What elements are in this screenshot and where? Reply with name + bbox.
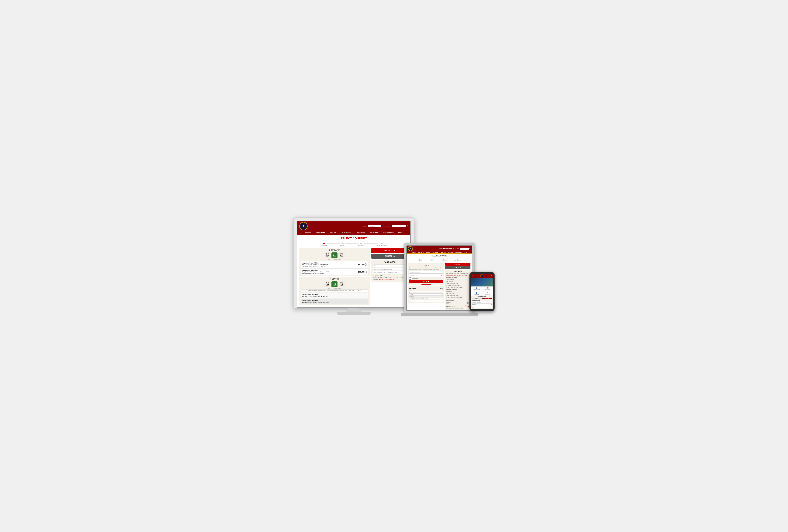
return-date-wed16[interactable]: WED 16 OCT	[338, 281, 344, 287]
phone-quick-link-contact[interactable]: ✉ CONTACT US	[482, 291, 493, 295]
laptop-remember-checkbox[interactable]	[409, 278, 411, 280]
return-date-mon14[interactable]: MON 14 OCT	[324, 281, 331, 287]
outward-date-tue01[interactable]: TUE 01 OCT	[332, 252, 337, 258]
return-title: RETURN	[299, 277, 370, 281]
laptop-login-icon: ▶	[428, 281, 429, 282]
laptop-screen: ⚜ LOGIN REGISTER WITH US MY ACCOUNT 🔍 OF…	[407, 245, 472, 311]
step-extras: EXTRAS	[340, 243, 345, 246]
special-offer-text: This is the best Special Offer fare that…	[373, 277, 407, 281]
laptop-info-badge: INFO	[440, 288, 443, 289]
search-icon[interactable]: 🔍	[407, 225, 408, 227]
sailing-info-2: Heysham > Isle of Man Tue, 01 Oct 2024 D…	[302, 269, 329, 274]
outward-mon30-month: SEP	[326, 256, 330, 257]
return-prev-arrow[interactable]: ‹	[322, 283, 323, 285]
outward-date-wed02[interactable]: WED 02 OCT	[338, 252, 344, 258]
phone-menu-icon[interactable]: ☰	[472, 275, 473, 277]
laptop-page-title: SECURE BOOKING	[407, 254, 472, 258]
scene: ⚜ LOGIN REGISTER WITH US MY ACCOUNT 🔍 OF…	[293, 218, 495, 315]
phone-toggle-single[interactable]: SINGLE	[472, 298, 482, 299]
sailing-option-1[interactable]: Heysham > Isle of Man Tue, 01 Oct 2024 D…	[301, 261, 368, 268]
laptop-register-button[interactable]: REGISTER WITH US	[443, 248, 452, 249]
nav-vouchers[interactable]: VOUCHERS	[369, 232, 379, 234]
laptop-surname-input[interactable]: Please enter the lead passenger's surnam…	[409, 300, 443, 302]
sailing-radio-1[interactable]	[365, 263, 367, 266]
laptop-forename-label: Forename	[409, 296, 443, 297]
laptop-nav-vouchers[interactable]: VOUCHERS	[448, 252, 454, 253]
laptop-email-placeholder: Email / Account Code	[410, 272, 420, 273]
laptop-outward-route: Heysham > Isle of Man	[446, 277, 470, 278]
return-date-tue15[interactable]: TUE 15 OCT	[332, 281, 337, 287]
return-next-arrow[interactable]: ›	[346, 283, 347, 285]
outward-next-arrow[interactable]: ›	[346, 254, 347, 257]
nav-blog[interactable]: BLOG	[397, 232, 403, 234]
laptop-email-field[interactable]: Email / Account Code ✕	[409, 271, 443, 273]
laptop-forgot-password[interactable]: Forgotten password?	[409, 283, 443, 284]
monitor-base	[337, 312, 371, 315]
step-line-1	[327, 243, 340, 244]
proceed-button[interactable]: PROCEED ▶	[371, 248, 408, 253]
phone: ☰ ⚜ 🔍 Special Offers to the Isle of Man	[470, 272, 495, 311]
laptop-search-icon[interactable]: 🔍	[469, 248, 470, 249]
outward-wed02-num: 02	[339, 254, 343, 256]
account-label[interactable]: MY ACCOUNT	[382, 225, 391, 227]
nav-timetables[interactable]: TIMETABLES	[315, 232, 326, 234]
phone-search-icon[interactable]: 🔍	[491, 275, 492, 277]
special-offer-link[interactable]: Special Offers attract specific	[379, 279, 394, 280]
outward-date-mon30[interactable]: MON 30 SEP	[324, 252, 331, 258]
laptop-extras-row: Extras £20.00	[446, 303, 470, 304]
return-wed16-num: 16	[339, 283, 343, 285]
laptop-form-panel: LOGIN If you have an account, login here…	[408, 263, 444, 310]
nav-sail-to[interactable]: SAIL TO...	[329, 232, 338, 234]
laptop-login-button[interactable]: LOG IN ▶	[409, 280, 443, 283]
nav-offers[interactable]: OFFERS	[304, 232, 312, 234]
sailing-price-1: £51.00	[358, 263, 367, 266]
laptop-nav-information[interactable]: INFORMATION	[455, 252, 462, 253]
laptop-account-label[interactable]: MY ACCOUNT	[453, 248, 459, 249]
laptop-search-input[interactable]	[460, 248, 469, 250]
laptop-password-field[interactable]: Password ✕	[409, 274, 443, 277]
nav-onboard[interactable]: ONBOARD	[357, 232, 366, 234]
phone-quick-link-voyage[interactable]: 🚢 LATEST VOYAGE	[471, 287, 482, 291]
site-top-bar: ⚜ LOGIN REGISTER WITH US MY ACCOUNT 🔍	[297, 221, 410, 231]
nav-vessels[interactable]: OUR VESSELS	[341, 232, 353, 234]
laptop-forename-input[interactable]: Please enter the lead passenger's initia…	[409, 297, 443, 299]
laptop-return-date: Tue, 15 Oct 2024	[446, 293, 470, 294]
sailing-radio-2[interactable]	[365, 271, 367, 273]
phone-quick-link-account[interactable]: 👤 MY ACCOUNT	[471, 291, 482, 295]
cancel-button[interactable]: CANCEL ⊘	[371, 254, 408, 259]
laptop-select-chevron-icon: ▾	[442, 294, 442, 295]
laptop-title-select[interactable]: Select ▾	[409, 293, 443, 295]
phone-toggle-return[interactable]: RETURN	[482, 298, 492, 299]
phone-quick-link-timetables[interactable]: 📅 TIMETABLES	[482, 287, 493, 291]
register-button[interactable]: REGISTER WITH US	[368, 225, 381, 227]
nav-information[interactable]: INFORMATION	[382, 232, 394, 234]
phone-time-field[interactable]: Any ▾	[472, 306, 492, 308]
laptop-login-section: LOGIN If you have an account, login here…	[408, 263, 444, 286]
sailing-option-2[interactable]: Heysham > Isle of Man Tue, 01 Oct 2024 D…	[301, 268, 368, 275]
laptop-email-input[interactable]	[409, 291, 443, 292]
laptop-nav-blog[interactable]: BLOG	[464, 252, 467, 253]
step-line-2	[345, 243, 358, 244]
return-sailing-1[interactable]: Isle of Man > Heysham Tue, 15 Oct 2024 D…	[301, 293, 368, 298]
laptop-cancel-button[interactable]: CANCEL ⊘	[445, 266, 470, 269]
laptop-nav-offers[interactable]: OFFERS	[412, 252, 416, 253]
return-sailing-2[interactable]: Isle of Man > Heysham Tue, 15 Oct 2024 D…	[301, 299, 368, 304]
laptop-logo: ⚜	[408, 246, 413, 251]
laptop-wrapper: ⚜ LOGIN REGISTER WITH US MY ACCOUNT 🔍 OF…	[404, 243, 474, 316]
step-confirmation: CONFIRMATION	[377, 243, 386, 246]
laptop: ⚜ LOGIN REGISTER WITH US MY ACCOUNT 🔍 OF…	[404, 243, 474, 311]
outward-prev-arrow[interactable]: ‹	[322, 254, 323, 257]
laptop-return-bicycle: 1 x BICYCLE @ £10.00 each = £10.00	[446, 297, 470, 298]
laptop-ticket-price-row: Ticket price £51.00	[446, 302, 470, 303]
laptop-proceed-button[interactable]: PROCEED ▶	[445, 263, 470, 266]
laptop-nav-vessels[interactable]: OUR VESSELS	[432, 252, 439, 253]
laptop-nav-onboard[interactable]: ONBOARD	[441, 252, 446, 253]
search-input[interactable]	[392, 225, 406, 227]
laptop-nav-sail-to[interactable]: SAIL TO...	[426, 252, 430, 253]
phone-route-field[interactable]: Heysham > Isle of Man ▾	[472, 301, 492, 303]
laptop-total-amount: £71.00	[465, 305, 470, 307]
phone-date-field[interactable]: 01/10/2024 📅	[472, 304, 492, 306]
outward-date-nav: ‹ MON 30 SEP TUE 01 OCT	[299, 252, 370, 259]
laptop-nav-timetables[interactable]: TIMETABLES	[418, 252, 424, 253]
return-mon14-month: OCT	[326, 285, 330, 286]
